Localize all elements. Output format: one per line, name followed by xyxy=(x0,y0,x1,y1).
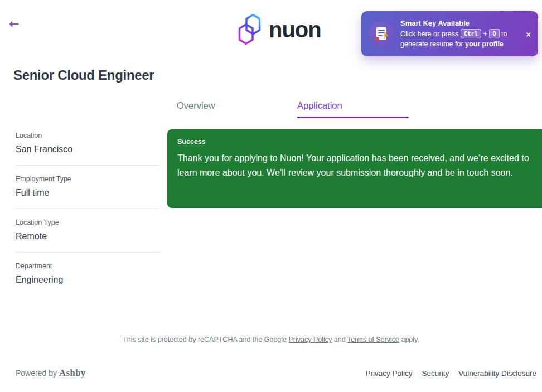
google-privacy-policy-link[interactable]: Privacy Policy xyxy=(289,336,332,343)
footer-privacy-policy-link[interactable]: Privacy Policy xyxy=(365,369,412,378)
recaptcha-text: This site is protected by reCAPTCHA and … xyxy=(123,336,288,343)
ctrl-key: Ctrl xyxy=(461,29,481,38)
detail-value: San Francisco xyxy=(16,144,159,154)
success-title: Success xyxy=(177,138,536,146)
toast-text-profile: your profile xyxy=(465,40,504,48)
detail-value: Engineering xyxy=(16,275,159,285)
toast-text-to: to xyxy=(500,30,507,38)
toast-line-shortcut: Click here or press Ctrl + Q to xyxy=(400,29,524,39)
detail-value: Remote xyxy=(16,231,159,241)
toast-body: Smart Key Available Click here or press … xyxy=(394,13,538,54)
ashby-brand-link[interactable]: Ashby xyxy=(59,367,86,378)
click-here-link[interactable]: Click here xyxy=(400,30,432,38)
q-key: Q xyxy=(489,29,499,38)
toast-close-icon[interactable]: × xyxy=(526,29,531,38)
smart-key-toast: Smart Key Available Click here or press … xyxy=(361,11,538,56)
powered-by: Powered by Ashby xyxy=(16,367,86,379)
recaptcha-and: and xyxy=(332,336,347,343)
footer: Powered by Ashby Privacy Policy Security… xyxy=(16,367,536,379)
success-banner: Success Thank you for applying to Nuon! … xyxy=(167,129,542,208)
page-title: Senior Cloud Engineer xyxy=(13,67,154,83)
toast-plus: + xyxy=(483,30,487,38)
detail-location: Location San Francisco xyxy=(16,132,159,166)
back-button[interactable]: ← xyxy=(9,18,19,30)
detail-label: Location xyxy=(16,132,159,139)
recaptcha-suffix: apply. xyxy=(399,336,419,343)
job-application-page: ← nuon xyxy=(0,0,542,392)
tab-application[interactable]: Application xyxy=(297,100,342,111)
resume-doc-icon xyxy=(369,21,394,47)
detail-value: Full time xyxy=(16,188,159,198)
toast-text-generate: generate resume for xyxy=(400,40,465,48)
detail-employment-type: Employment Type Full time xyxy=(16,175,159,209)
nuon-logo-icon xyxy=(236,12,263,51)
red-dot-icon xyxy=(375,37,379,41)
toast-text: or press xyxy=(432,30,461,38)
active-tab-underline xyxy=(297,117,409,118)
footer-vulnerability-link[interactable]: Vulnerability Disclosure xyxy=(458,369,536,378)
detail-label: Location Type xyxy=(16,219,159,226)
footer-links: Privacy Policy Security Vulnerability Di… xyxy=(365,369,536,378)
job-details-sidebar: Location San Francisco Employment Type F… xyxy=(16,132,159,305)
detail-label: Employment Type xyxy=(16,175,159,183)
detail-label: Department xyxy=(16,262,159,270)
recaptcha-notice: This site is protected by reCAPTCHA and … xyxy=(0,336,542,343)
toast-title: Smart Key Available xyxy=(400,18,524,28)
tab-overview[interactable]: Overview xyxy=(177,100,215,111)
detail-department: Department Engineering xyxy=(16,262,159,296)
nuon-logo: nuon xyxy=(236,12,321,51)
detail-location-type: Location Type Remote xyxy=(16,219,159,253)
google-terms-link[interactable]: Terms of Service xyxy=(347,336,399,343)
powered-by-text: Powered by xyxy=(16,369,59,378)
footer-security-link[interactable]: Security xyxy=(422,369,449,378)
success-message: Thank you for applying to Nuon! Your app… xyxy=(177,151,531,180)
toast-line-generate: generate resume for your profile xyxy=(400,39,524,49)
nuon-logo-text: nuon xyxy=(269,18,321,44)
